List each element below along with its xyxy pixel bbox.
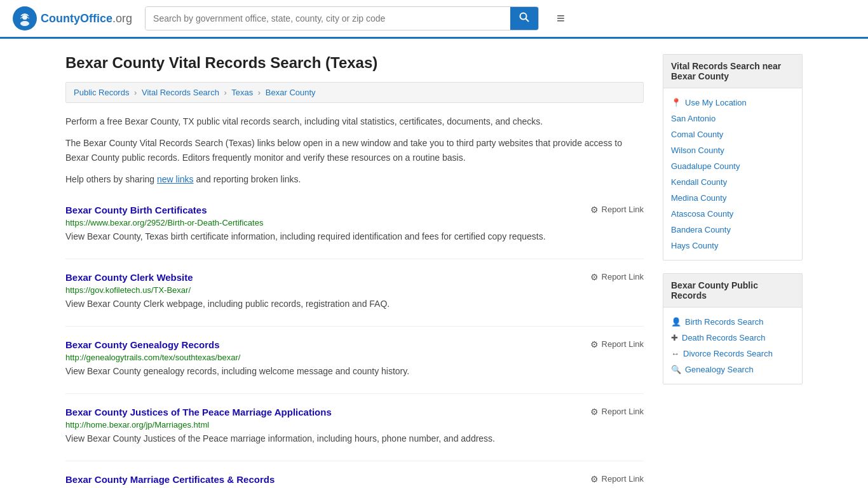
public-records-section-body: 👤 Birth Records Search ✚ Death Records S…: [663, 307, 803, 384]
result-url-clerk: https://gov.kofiletech.us/TX-Bexar/: [65, 285, 644, 295]
svg-line-4: [526, 19, 529, 22]
medina-county-link[interactable]: Medina County: [671, 193, 726, 203]
genealogy-icon: 🔍: [671, 365, 681, 374]
arrows-icon: ↔: [671, 349, 679, 358]
divider-2: [65, 326, 644, 327]
result-item-birth-cert: Bexar County Birth Certificates ⚙ Report…: [65, 205, 644, 243]
divorce-records-search-link[interactable]: Divorce Records Search: [683, 349, 773, 358]
result-title-clerk: Bexar County Clerk Website: [65, 272, 193, 283]
content-area: Bexar County Vital Records Search (Texas…: [65, 54, 644, 488]
svg-point-2: [20, 21, 29, 26]
use-my-location-link[interactable]: Use My Location: [685, 98, 747, 107]
atascosa-county-link[interactable]: Atascosa County: [671, 209, 733, 219]
search-bar: [145, 6, 539, 30]
sidebar-location-item: 📍 Use My Location: [671, 95, 794, 111]
report-icon-5: ⚙: [590, 474, 599, 484]
result-desc-marriage-apps: View Bexar County Justices of the Peace …: [65, 432, 644, 445]
location-pin-icon: 📍: [671, 98, 681, 107]
description-para2: The Bexar County Vital Records Search (T…: [65, 136, 644, 165]
kendall-county-link[interactable]: Kendall County: [671, 177, 727, 187]
menu-button[interactable]: ≡: [552, 8, 570, 29]
report-link-5[interactable]: ⚙ Report Link: [590, 474, 644, 484]
sidebar-divorce-records: ↔ Divorce Records Search: [671, 346, 794, 362]
breadcrumb-texas[interactable]: Texas: [231, 88, 253, 97]
breadcrumb-public-records[interactable]: Public Records: [74, 88, 129, 97]
main-container: Bexar County Vital Records Search (Texas…: [53, 39, 815, 488]
report-icon-1: ⚙: [590, 205, 599, 215]
sidebar-birth-records: 👤 Birth Records Search: [671, 314, 794, 330]
result-title-marriage-apps: Bexar County Justices of The Peace Marri…: [65, 407, 332, 417]
cross-icon: ✚: [671, 333, 678, 342]
result-url-birth-cert: https://www.bexar.org/2952/Birth-or-Deat…: [65, 218, 644, 227]
sidebar-hays: Hays County: [671, 238, 794, 254]
sidebar-atascosa: Atascosa County: [671, 206, 794, 222]
sidebar-comal: Comal County: [671, 126, 794, 142]
result-url-genealogy: http://genealogytrails.com/tex/southtexa…: [65, 353, 644, 362]
result-title-marriage-cert: Bexar County Marriage Certificates & Rec…: [65, 474, 275, 485]
description-para3: Help others by sharing new links and rep…: [65, 172, 644, 186]
result-item-genealogy: Bexar County Genealogy Records ⚙ Report …: [65, 339, 644, 378]
death-records-search-link[interactable]: Death Records Search: [682, 333, 766, 342]
bandera-county-link[interactable]: Bandera County: [671, 225, 731, 234]
san-antonio-link[interactable]: San Antonio: [671, 114, 715, 123]
divider-1: [65, 259, 644, 259]
divider-4: [65, 461, 644, 461]
birth-records-search-link[interactable]: Birth Records Search: [685, 317, 764, 327]
report-link-4[interactable]: ⚙ Report Link: [590, 407, 644, 417]
person-icon: 👤: [671, 317, 681, 327]
site-header: CountyOffice.org ≡: [0, 0, 868, 39]
comal-county-link[interactable]: Comal County: [671, 130, 723, 139]
page-title: Bexar County Vital Records Search (Texas…: [65, 54, 644, 72]
logo-link[interactable]: CountyOffice.org: [13, 6, 132, 30]
logo-icon: [13, 6, 37, 30]
sidebar-medina: Medina County: [671, 190, 794, 206]
sidebar-san-antonio: San Antonio: [671, 111, 794, 126]
report-link-3[interactable]: ⚙ Report Link: [590, 339, 644, 349]
result-desc-birth-cert: View Bexar County, Texas birth certifica…: [65, 230, 644, 243]
description-block: Perform a free Bexar County, TX public v…: [65, 114, 644, 187]
genealogy-search-link[interactable]: Genealogy Search: [685, 365, 754, 374]
result-title-birth-cert: Bexar County Birth Certificates: [65, 205, 207, 215]
result-item-marriage-cert: Bexar County Marriage Certificates & Rec…: [65, 474, 644, 485]
result-item-clerk: Bexar County Clerk Website ⚙ Report Link…: [65, 272, 644, 311]
search-input[interactable]: [146, 7, 510, 30]
sidebar-wilson: Wilson County: [671, 142, 794, 158]
breadcrumb-bexar[interactable]: Bexar County: [266, 88, 316, 97]
nearby-section-title: Vital Records Search near Bexar County: [663, 54, 803, 88]
sidebar: Vital Records Search near Bexar County 📍…: [663, 54, 803, 488]
sidebar-death-records: ✚ Death Records Search: [671, 330, 794, 346]
sidebar-genealogy: 🔍 Genealogy Search: [671, 362, 794, 377]
report-link-2[interactable]: ⚙ Report Link: [590, 272, 644, 282]
description-para1: Perform a free Bexar County, TX public v…: [65, 114, 644, 128]
result-url-marriage-apps: http://home.bexar.org/jp/Marriages.html: [65, 420, 644, 430]
hays-county-link[interactable]: Hays County: [671, 241, 718, 250]
sidebar-guadalupe: Guadalupe County: [671, 158, 794, 174]
search-button[interactable]: [510, 7, 538, 30]
result-item-marriage-apps: Bexar County Justices of The Peace Marri…: [65, 407, 644, 445]
logo-text: CountyOffice.org: [41, 12, 132, 25]
breadcrumb: Public Records › Vital Records Search › …: [65, 82, 644, 103]
report-link-1[interactable]: ⚙ Report Link: [590, 205, 644, 215]
wilson-county-link[interactable]: Wilson County: [671, 146, 724, 155]
nearby-section-body: 📍 Use My Location San Antonio Comal Coun…: [663, 88, 803, 261]
breadcrumb-vital-records[interactable]: Vital Records Search: [142, 88, 219, 97]
svg-point-3: [520, 13, 527, 20]
sidebar-kendall: Kendall County: [671, 174, 794, 190]
public-records-section-title: Bexar County Public Records: [663, 273, 803, 307]
result-desc-genealogy: View Bexar County genealogy records, inc…: [65, 365, 644, 378]
result-title-genealogy: Bexar County Genealogy Records: [65, 339, 220, 350]
divider-3: [65, 393, 644, 394]
new-links-link[interactable]: new links: [157, 174, 194, 184]
report-icon-4: ⚙: [590, 407, 599, 417]
guadalupe-county-link[interactable]: Guadalupe County: [671, 161, 740, 171]
result-desc-clerk: View Bexar County Clerk webpage, includi…: [65, 297, 644, 311]
report-icon-2: ⚙: [590, 272, 599, 282]
sidebar-bandera: Bandera County: [671, 222, 794, 238]
report-icon-3: ⚙: [590, 339, 599, 349]
